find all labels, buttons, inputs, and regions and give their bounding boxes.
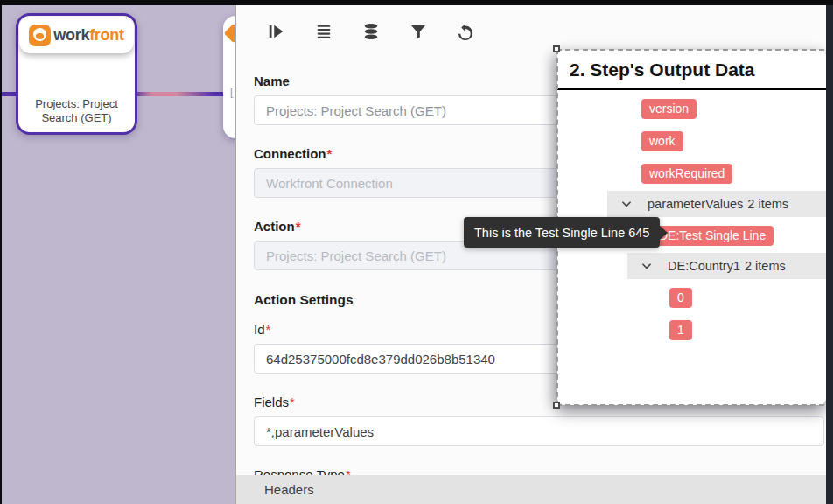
run-once-icon[interactable] (267, 21, 288, 42)
chevron-down-icon (640, 260, 653, 272)
field-tooltip: This is the Test Single Line 645 (464, 217, 660, 248)
top-edge-bar (0, 0, 833, 5)
field-input-fields[interactable] (254, 416, 824, 446)
tree-row: version (641, 99, 826, 119)
tooltip-text: This is the Test Single Line 645 (474, 226, 649, 240)
left-edge-bar (0, 0, 2, 504)
workfront-module-node[interactable]: workfront Projects: Project Search (GET) (16, 13, 137, 135)
tree-group-parametervalues[interactable]: parameterValues2 items (607, 191, 826, 217)
output-data-tree: versionworkworkRequiredparameterValues2 … (557, 90, 826, 340)
settings-toolbar (236, 5, 833, 44)
group-item-count: 2 items (747, 197, 788, 211)
required-asterisk: * (296, 219, 301, 234)
scenario-canvas[interactable]: workfront Projects: Project Search (GET)… (0, 0, 236, 504)
tree-row: work (641, 131, 826, 151)
resize-handle-top-left[interactable] (553, 46, 560, 52)
tree-group-de-country1[interactable]: DE:Country12 items (627, 253, 826, 279)
chevron-down-icon (620, 198, 633, 210)
resize-handle-bottom-left[interactable] (553, 402, 560, 409)
right-edge-strip (826, 0, 833, 504)
data-pill-de-test-single-line[interactable]: DE:Test Single Line (651, 226, 774, 246)
headers-section-label: Headers (264, 482, 314, 497)
data-pill-work[interactable]: work (641, 131, 683, 151)
undo-icon[interactable] (456, 21, 477, 42)
filter-icon[interactable] (409, 21, 430, 42)
module-node-label: Projects: Project Search (GET) (24, 97, 130, 125)
adjacent-node-text: [ (230, 86, 233, 98)
required-asterisk: * (290, 395, 295, 410)
data-pill-version[interactable]: version (641, 99, 696, 119)
step-output-title: 2. Step's Output Data (557, 50, 826, 90)
tree-row: workRequired (641, 164, 826, 184)
workfront-wordmark: workfront (53, 26, 123, 45)
data-pill-0[interactable]: 0 (669, 288, 692, 308)
data-pill-1[interactable]: 1 (669, 320, 692, 340)
group-label: DE:Country1 (668, 259, 740, 273)
tree-row: DE:Test Single Line (651, 226, 826, 246)
tree-row: 0 (669, 288, 826, 308)
required-asterisk: * (327, 146, 332, 161)
connector-line-right (131, 92, 229, 96)
headers-section-bar[interactable]: Headers (236, 475, 833, 504)
required-asterisk: * (266, 322, 271, 337)
group-item-count: 2 items (745, 259, 786, 273)
database-icon[interactable] (361, 21, 382, 42)
workfront-lion-icon (29, 24, 51, 46)
tree-row: 1 (669, 320, 826, 340)
data-pill-workrequired[interactable]: workRequired (641, 164, 732, 184)
workfront-logo: workfront (19, 17, 134, 53)
group-label: parameterValues (648, 197, 743, 211)
list-icon[interactable] (314, 21, 335, 42)
